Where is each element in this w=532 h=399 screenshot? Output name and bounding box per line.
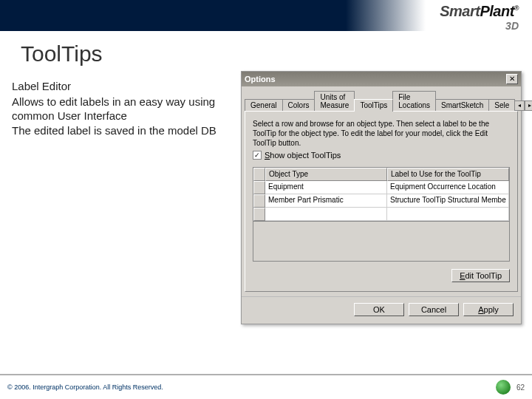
cell-label[interactable]: Equipment Occurrence Location	[387, 181, 509, 194]
panel-instruction: Select a row and browse for an object ty…	[253, 119, 510, 148]
slide-title: ToolTips	[21, 41, 532, 66]
dialog-titlebar[interactable]: Options ✕	[242, 72, 521, 86]
tab-filelocations[interactable]: File Locations	[392, 91, 436, 111]
ok-button[interactable]: OK	[354, 303, 404, 316]
footer: © 2006. Intergraph Corporation. All Righ…	[0, 374, 532, 399]
table-row[interactable]: Equipment Equipment Occurrence Location	[253, 181, 509, 194]
tab-units[interactable]: Units of Measure	[314, 91, 355, 111]
checkbox-label: Show object ToolTips	[265, 151, 341, 160]
tab-colors[interactable]: Colors	[282, 99, 316, 111]
tab-scroll-right-icon[interactable]: ▸	[525, 100, 532, 111]
edit-tooltip-button[interactable]: Edit ToolTip	[451, 269, 510, 282]
logo-reg: ®	[514, 4, 519, 12]
tab-sele[interactable]: Sele	[488, 99, 515, 111]
cell-empty[interactable]	[265, 208, 387, 221]
grid-header-row: Object Type Label to Use for the ToolTip	[253, 168, 509, 181]
globe-icon	[496, 380, 511, 395]
brand-logo: SmartPlant® 3D	[440, 3, 519, 32]
slide-body: Label Editor Allows to edit labels in an…	[12, 80, 219, 138]
tab-tooltips[interactable]: ToolTips	[354, 99, 393, 112]
copyright: © 2006. Intergraph Corporation. All Righ…	[7, 383, 163, 391]
tab-scroll-left-icon[interactable]: ◂	[514, 100, 525, 111]
row-header[interactable]	[253, 208, 265, 221]
cell-label[interactable]: Structure ToolTip Structural Membe	[387, 194, 509, 208]
table-row-empty[interactable]	[253, 208, 509, 221]
logo-3d: 3D	[440, 20, 519, 32]
dialog-button-row: OK Cancel Apply	[242, 296, 521, 324]
table-row[interactable]: Member Part Prismatic Structure ToolTip …	[253, 194, 509, 208]
bullet-1: Label Editor	[12, 80, 219, 94]
cell-empty[interactable]	[387, 208, 509, 221]
grid-corner	[253, 168, 265, 181]
page-number: 62	[516, 383, 525, 392]
tab-general[interactable]: General	[245, 99, 283, 111]
tab-smartsketch[interactable]: SmartSketch	[435, 99, 489, 111]
apply-button[interactable]: Apply	[463, 303, 514, 316]
close-icon[interactable]: ✕	[506, 74, 518, 84]
grid-empty-area	[253, 221, 509, 261]
options-dialog: Options ✕ General Colors Units of Measur…	[241, 71, 522, 324]
tabstrip: General Colors Units of Measure ToolTips…	[242, 86, 521, 111]
cancel-button[interactable]: Cancel	[409, 303, 459, 316]
dialog-title: Options	[245, 75, 276, 83]
grid-header-objecttype[interactable]: Object Type	[265, 168, 387, 181]
row-header[interactable]	[253, 194, 265, 208]
tooltip-grid[interactable]: Object Type Label to Use for the ToolTip…	[253, 167, 510, 262]
bullet-3: The edited label is saved in the model D…	[12, 124, 219, 138]
logo-plant: Plant	[480, 3, 514, 19]
grid-header-label[interactable]: Label to Use for the ToolTip	[387, 168, 509, 181]
footer-right: 62	[496, 380, 525, 395]
cell-objecttype[interactable]: Equipment	[265, 181, 387, 194]
show-tooltips-checkbox[interactable]: ✓ Show object ToolTips	[253, 151, 510, 160]
row-header[interactable]	[253, 181, 265, 194]
logo-smart: Smart	[440, 3, 480, 19]
checkbox-icon[interactable]: ✓	[253, 151, 262, 160]
bullet-2: Allows to edit labels in an easy way usi…	[12, 95, 219, 123]
header-bar: SmartPlant® 3D	[0, 0, 532, 31]
tab-panel: Select a row and browse for an object ty…	[245, 111, 518, 292]
cell-objecttype[interactable]: Member Part Prismatic	[265, 194, 387, 208]
